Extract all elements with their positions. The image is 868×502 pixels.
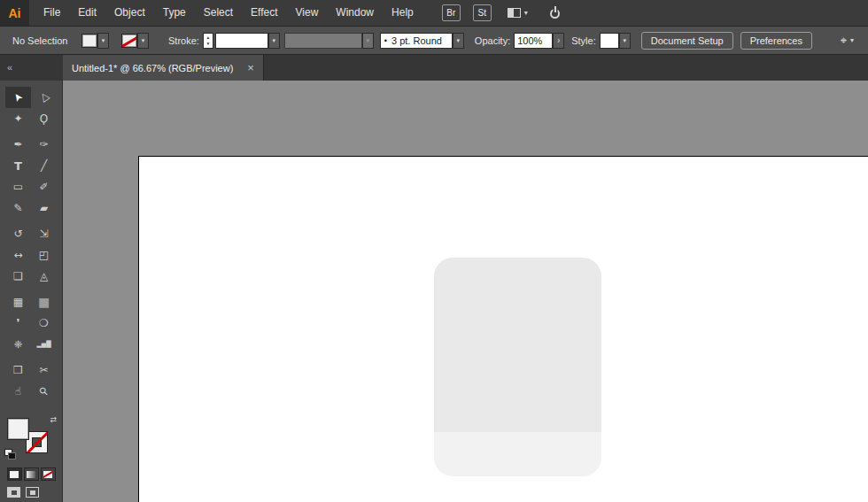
drawing-tools-group: ✒ ✑ T ╱ ▭ ✐ ✎ ▰ — [5, 134, 57, 219]
stock-button[interactable]: St — [473, 4, 492, 21]
scale-tool[interactable]: ⇲ — [31, 223, 57, 244]
draw-behind-icon — [30, 490, 35, 495]
menu-object[interactable]: Object — [105, 0, 154, 26]
menu-file[interactable]: File — [35, 0, 69, 26]
draw-behind-button[interactable] — [26, 487, 39, 498]
scale-tool-icon: ⇲ — [39, 228, 48, 239]
stepper-down-icon[interactable]: ▾ — [204, 41, 213, 47]
artboard-tool[interactable]: ❒ — [5, 359, 31, 381]
brush-preview-dot: • — [384, 36, 387, 45]
pen-tool-icon: ✒ — [13, 139, 22, 150]
canvas[interactable] — [63, 81, 868, 502]
opacity-input[interactable] — [514, 33, 553, 49]
collapse-tools-panel-button[interactable]: « — [0, 55, 63, 81]
tools-panel: ➤ ▷ ✦ Ϙ ✒ ✑ T ╱ ▭ ✐ ✎ ▰ ↺ ⇲ ↔ ◰ ❏ ◬ — [0, 81, 63, 502]
preferences-button[interactable]: Preferences — [740, 32, 812, 50]
tab-close-icon[interactable]: × — [247, 62, 254, 73]
rounded-rectangle-shape[interactable] — [434, 258, 601, 476]
color-button[interactable] — [7, 467, 22, 481]
selection-tool[interactable]: ➤ — [5, 87, 31, 108]
opacity-panel-arrow-icon[interactable]: › — [553, 33, 564, 49]
arrange-documents-button[interactable]: ▾ — [508, 8, 528, 18]
stroke-none-swatch — [121, 34, 137, 48]
line-segment-tool[interactable]: ╱ — [31, 155, 57, 176]
document-tab-title: Untitled-1* @ 66.67% (RGB/Preview) — [72, 63, 233, 73]
gradient-tool-icon: ■ — [38, 296, 50, 308]
direct-selection-tool-icon: ▷ — [37, 91, 50, 104]
curvature-tool[interactable]: ✑ — [31, 134, 57, 155]
eraser-tool-icon: ▰ — [40, 203, 48, 213]
workspace-switcher[interactable]: ⌖ ▾ — [841, 34, 854, 48]
fill-color-swatch — [81, 34, 97, 48]
perspective-grid-tool[interactable]: ◬ — [31, 266, 57, 287]
zoom-tool[interactable]: ⚲ — [31, 381, 57, 402]
chevron-down-icon: ▾ — [850, 37, 854, 44]
brush-dropdown[interactable]: • 3 pt. Round ▾ — [380, 33, 464, 49]
slice-tool[interactable]: ✂ — [31, 359, 57, 381]
default-fill-stroke-icon[interactable] — [4, 449, 16, 460]
power-glyph — [550, 9, 560, 19]
fill-color-dropdown[interactable]: ▾ — [81, 33, 109, 49]
artboard[interactable] — [138, 156, 868, 502]
blend-tool[interactable]: ❍ — [31, 313, 57, 334]
curvature-tool-icon: ✑ — [39, 139, 48, 150]
bridge-button[interactable]: Br — [442, 4, 461, 21]
fill-swatch[interactable] — [7, 418, 29, 440]
arrange-documents-icon — [508, 8, 521, 18]
width-profile-dropdown[interactable]: ▾ — [284, 33, 374, 49]
paintbrush-tool[interactable]: ✐ — [31, 176, 57, 197]
rotate-tool[interactable]: ↺ — [5, 223, 31, 244]
menu-select[interactable]: Select — [195, 0, 242, 26]
menu-view[interactable]: View — [287, 0, 328, 26]
magic-wand-tool[interactable]: ✦ — [5, 108, 31, 129]
shape-builder-tool-icon: ❏ — [13, 271, 23, 282]
symbol-sprayer-tool[interactable]: ❈ — [5, 334, 31, 355]
menu-edit[interactable]: Edit — [69, 0, 105, 26]
stroke-hole — [32, 437, 42, 447]
stroke-weight-value — [215, 33, 268, 49]
gradient-button[interactable] — [24, 467, 39, 481]
line-segment-tool-icon: ╱ — [41, 160, 47, 171]
stroke-weight-stepper[interactable]: ▴ ▾ — [203, 33, 213, 49]
shape-builder-tool[interactable]: ❏ — [5, 266, 31, 287]
style-label: Style: — [571, 35, 596, 46]
menu-window[interactable]: Window — [327, 0, 383, 26]
eraser-tool[interactable]: ▰ — [31, 197, 57, 219]
none-button[interactable] — [41, 467, 56, 481]
stroke-color-dropdown[interactable]: ▾ — [121, 33, 149, 49]
pen-tool[interactable]: ✒ — [5, 134, 31, 155]
draw-normal-button[interactable] — [7, 487, 20, 498]
type-tool[interactable]: T — [5, 155, 31, 176]
style-dropdown[interactable]: ▾ — [600, 33, 631, 49]
gradient-tool[interactable]: ■ — [31, 291, 57, 313]
opacity-label: Opacity: — [475, 35, 510, 46]
illustrator-window: Ai File Edit Object Type Select Effect V… — [0, 0, 868, 502]
menu-effect[interactable]: Effect — [242, 0, 286, 26]
fill-stroke-control: ⇄ — [4, 415, 58, 460]
color-button-icon — [10, 471, 19, 478]
stroke-weight-dropdown[interactable]: ▾ — [215, 33, 280, 49]
document-setup-button[interactable]: Document Setup — [641, 32, 733, 50]
column-graph-tool[interactable]: ▂▅█ — [31, 334, 57, 355]
width-tool[interactable]: ↔ — [5, 244, 31, 266]
mesh-tool[interactable]: ▦ — [5, 291, 31, 313]
menu-help[interactable]: Help — [383, 0, 422, 26]
document-tab-bar: « Untitled-1* @ 66.67% (RGB/Preview) × — [0, 55, 868, 81]
document-tab[interactable]: Untitled-1* @ 66.67% (RGB/Preview) × — [63, 55, 264, 81]
rectangle-tool[interactable]: ▭ — [5, 176, 31, 197]
width-tool-icon: ↔ — [13, 250, 22, 260]
swap-fill-stroke-icon[interactable]: ⇄ — [50, 415, 57, 424]
stepper-up-icon[interactable]: ▴ — [204, 35, 213, 41]
menu-type[interactable]: Type — [154, 0, 195, 26]
free-transform-tool[interactable]: ◰ — [31, 244, 57, 266]
hand-tool-icon: ☝ — [15, 386, 21, 397]
sync-settings-icon[interactable] — [547, 5, 563, 21]
eyedropper-tool[interactable]: ❜ — [5, 313, 31, 334]
direct-selection-tool[interactable]: ▷ — [31, 87, 57, 108]
pencil-tool[interactable]: ✎ — [5, 197, 31, 219]
symbol-sprayer-tool-icon: ❈ — [13, 339, 22, 350]
chevron-down-icon: ▾ — [453, 33, 464, 49]
hand-tool[interactable]: ☝ — [5, 381, 31, 402]
width-profile-value — [284, 33, 362, 49]
lasso-tool[interactable]: Ϙ — [31, 108, 57, 129]
